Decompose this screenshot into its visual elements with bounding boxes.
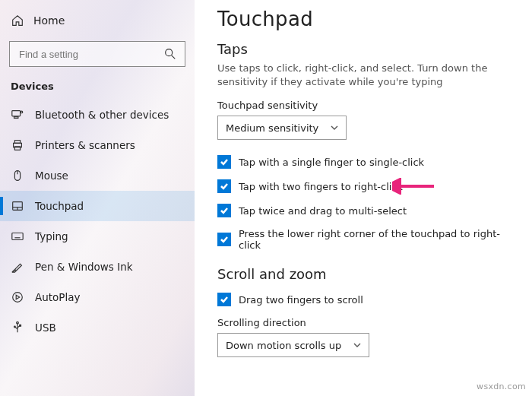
printer-icon (11, 138, 24, 152)
sidebar-item-pen[interactable]: Pen & Windows Ink (0, 252, 195, 282)
home-label: Home (33, 14, 65, 27)
taps-description: Use taps to click, right-click, and sele… (217, 62, 512, 89)
checkbox-label: Drag two fingers to scroll (239, 294, 363, 306)
checkbox-checked[interactable] (217, 293, 231, 306)
scroll-heading: Scroll and zoom (217, 266, 512, 282)
usb-icon (11, 321, 24, 334)
search-icon (163, 47, 177, 61)
sidebar-item-mouse[interactable]: Mouse (0, 160, 195, 191)
svg-point-19 (13, 293, 23, 303)
checkbox-label: Tap with two fingers to right-click (239, 181, 403, 192)
sidebar-item-label: USB (35, 322, 56, 334)
svg-rect-6 (14, 141, 20, 144)
sidebar-item-touchpad[interactable]: Touchpad (0, 191, 195, 221)
svg-rect-13 (12, 233, 23, 240)
sidebar-item-printers[interactable]: Printers & scanners (0, 130, 195, 160)
svg-line-1 (172, 55, 176, 59)
direction-value: Down motion scrolls up (226, 340, 341, 351)
bluetooth-icon (11, 108, 24, 122)
touchpad-icon (11, 199, 24, 213)
sidebar-item-label: Mouse (35, 169, 68, 182)
tap-multi-select-row[interactable]: Tap twice and drag to multi-select (217, 204, 512, 217)
tap-single-click-row[interactable]: Tap with a single finger to single-click (217, 155, 512, 169)
sensitivity-dropdown[interactable]: Medium sensitivity (217, 116, 347, 140)
sidebar-item-autoplay[interactable]: AutoPlay (0, 282, 195, 312)
taps-heading: Taps (217, 41, 512, 57)
svg-marker-20 (16, 295, 20, 299)
checkbox-checked[interactable] (217, 179, 231, 193)
page-title: Touchpad (217, 8, 512, 30)
section-title: Devices (0, 67, 195, 100)
direction-label: Scrolling direction (217, 317, 512, 328)
checkbox-checked[interactable] (217, 155, 231, 169)
svg-rect-3 (14, 117, 18, 119)
svg-rect-2 (12, 111, 21, 116)
keyboard-icon (11, 230, 24, 243)
chevron-down-icon (331, 122, 338, 134)
drag-scroll-row[interactable]: Drag two fingers to scroll (217, 293, 512, 306)
direction-dropdown[interactable]: Down motion scrolls up (217, 333, 369, 357)
content: Touchpad Taps Use taps to click, right-c… (195, 0, 532, 396)
tap-right-click-row[interactable]: Tap with two fingers to right-click (217, 179, 512, 193)
svg-point-0 (166, 49, 173, 56)
checkbox-checked[interactable] (217, 233, 231, 246)
checkbox-label: Press the lower right corner of the touc… (239, 228, 512, 251)
search-field[interactable] (17, 48, 163, 61)
autoplay-icon (11, 290, 24, 304)
sidebar-item-label: AutoPlay (35, 291, 81, 303)
sidebar-item-label: Touchpad (35, 200, 84, 212)
sidebar-item-label: Bluetooth & other devices (35, 109, 169, 121)
sidebar-item-label: Pen & Windows Ink (35, 261, 133, 273)
sidebar: Home Devices Bluetooth & other devices P… (0, 0, 195, 396)
search-input[interactable] (9, 41, 185, 67)
sidebar-item-typing[interactable]: Typing (0, 221, 195, 252)
mouse-icon (11, 169, 24, 182)
sidebar-item-usb[interactable]: USB (0, 312, 195, 343)
tap-corner-right-click-row[interactable]: Press the lower right corner of the touc… (217, 228, 512, 251)
sensitivity-value: Medium sensitivity (226, 122, 318, 134)
checkbox-checked[interactable] (217, 204, 231, 217)
sidebar-item-bluetooth[interactable]: Bluetooth & other devices (0, 100, 195, 130)
pen-icon (11, 260, 24, 274)
sidebar-item-label: Typing (35, 230, 68, 242)
home-icon (11, 14, 24, 27)
svg-rect-24 (20, 325, 21, 326)
watermark: wsxdn.com (477, 382, 526, 391)
sidebar-item-label: Printers & scanners (35, 139, 135, 151)
checkbox-label: Tap with a single finger to single-click (239, 157, 424, 168)
checkbox-label: Tap twice and drag to multi-select (239, 205, 407, 217)
svg-point-4 (21, 111, 23, 113)
chevron-down-icon (353, 340, 361, 351)
sensitivity-label: Touchpad sensitivity (217, 100, 512, 111)
home-button[interactable]: Home (0, 6, 195, 35)
